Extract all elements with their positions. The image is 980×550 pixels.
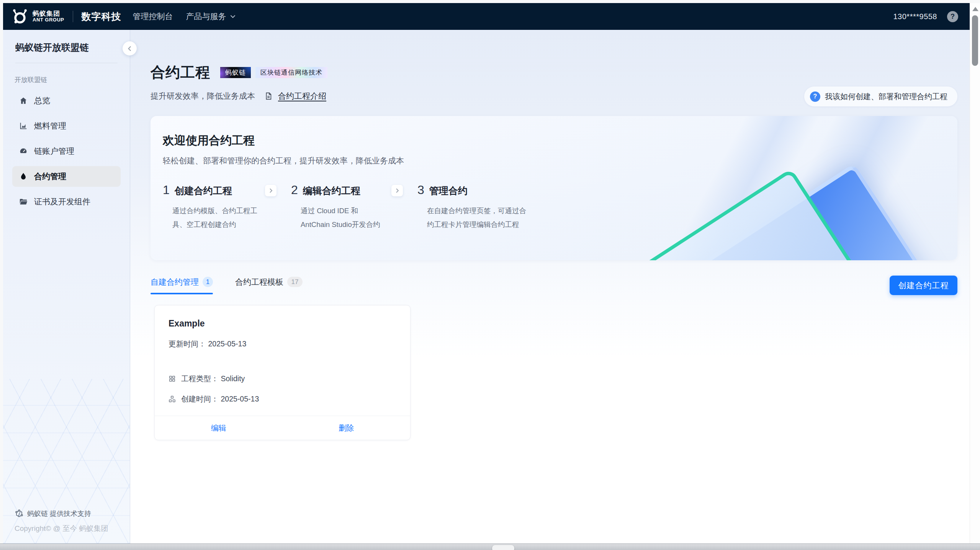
sidebar-menu: 总览 燃料管理 链账户管理 合约管理 xyxy=(3,90,130,212)
step-description: 在自建合约管理页签，可通过合约工程卡片管理编辑合约工程 xyxy=(417,204,532,232)
project-name: Example xyxy=(169,318,396,329)
created-value: 2025-05-13 xyxy=(221,395,259,403)
navbar-divider xyxy=(73,11,73,22)
tab-count-badge: 17 xyxy=(287,277,303,287)
delete-link[interactable]: 删除 xyxy=(283,416,411,440)
step-description: 通过 Cloud IDE 和 AntChain Studio开发合约 xyxy=(291,204,386,232)
sidebar-item-contracts[interactable]: 合约管理 xyxy=(12,166,121,187)
project-type-row: 工程类型： Solidity xyxy=(169,374,396,384)
main-panel: 合约工程 蚂蚁链 区块链通信网络技术 提升研发效率，降低业务成本 合约工程介绍 … xyxy=(130,30,970,543)
updated-label: 更新时间： xyxy=(169,339,206,349)
scrollbar-up-arrow-icon[interactable] xyxy=(972,7,978,11)
help-pill-label: 我该如何创建、部署和管理合约工程 xyxy=(825,91,947,102)
welcome-banner: 欢迎使用合约工程 轻松创建、部署和管理你的合约工程，提升研发效率，降低业务成本 … xyxy=(151,116,957,260)
intro-link[interactable]: 合约工程介绍 xyxy=(278,91,326,101)
chevron-right-icon xyxy=(394,188,400,194)
nav-console-label: 管理控制台 xyxy=(133,11,173,22)
welcome-steps: 1 创建合约工程 通过合约模版、合约工程工具、空工程创建合约 2 编辑合约工程 xyxy=(163,183,957,232)
antchain-logo-icon xyxy=(15,509,24,518)
step-title: 编辑合约工程 xyxy=(303,184,360,197)
sidebar-item-overview[interactable]: 总览 xyxy=(12,90,121,111)
tab-label: 合约工程模板 xyxy=(235,277,283,287)
navbar-right: 130****9558 ? xyxy=(893,11,959,22)
support-text: 蚂蚁链 提供技术支持 xyxy=(27,509,91,518)
app-window: 蚂蚁集团 ANT GROUP 数字科技 管理控制台 产品与服务 130****9… xyxy=(3,3,970,543)
tab-self-built-contracts[interactable]: 自建合约管理 1 xyxy=(151,277,213,294)
document-icon xyxy=(264,92,273,100)
antgroup-logo-text: 蚂蚁集团 ANT GROUP xyxy=(33,10,64,23)
sidebar-item-fuel[interactable]: 燃料管理 xyxy=(12,116,121,136)
project-card-actions: 编辑 删除 xyxy=(155,416,410,440)
nav-products-label: 产品与服务 xyxy=(186,11,226,22)
sidebar-item-label: 证书及开发组件 xyxy=(34,196,90,207)
top-navbar: 蚂蚁集团 ANT GROUP 数字科技 管理控制台 产品与服务 130****9… xyxy=(3,3,970,30)
project-card: Example 更新时间： 2025-05-13 工程类型： Solidity xyxy=(154,305,411,440)
sidebar-title: 蚂蚁链开放联盟链 xyxy=(3,30,130,54)
chart-icon xyxy=(19,122,28,130)
create-contract-project-button[interactable]: 创建合约工程 xyxy=(890,276,957,295)
step-number: 3 xyxy=(417,183,424,197)
scrollbar-thumb[interactable] xyxy=(972,15,978,66)
bottom-scroll-handle[interactable] xyxy=(492,545,514,550)
step-create: 1 创建合约工程 通过合约模版、合约工程工具、空工程创建合约 xyxy=(163,183,260,232)
updated-value: 2025-05-13 xyxy=(208,339,247,348)
support-line: 蚂蚁链 提供技术支持 xyxy=(15,509,108,518)
step-title: 管理合约 xyxy=(429,184,468,197)
question-icon: ? xyxy=(810,91,820,102)
type-label: 工程类型： xyxy=(181,374,219,384)
chevron-left-icon xyxy=(126,45,133,52)
edit-link[interactable]: 编辑 xyxy=(155,416,283,440)
bottom-window-edge xyxy=(0,543,980,550)
content-area: 蚂蚁链开放联盟链 开放联盟链 总览 燃料管理 xyxy=(3,30,970,543)
chevron-right-icon xyxy=(268,188,274,194)
chevron-down-icon xyxy=(229,13,236,20)
cluster-icon xyxy=(169,395,176,403)
step-arrow-button[interactable] xyxy=(265,185,276,196)
welcome-title: 欢迎使用合约工程 xyxy=(151,116,957,149)
project-updated-row: 更新时间： 2025-05-13 xyxy=(169,339,396,349)
tab-label: 自建合约管理 xyxy=(151,277,199,287)
nav-console[interactable]: 管理控制台 xyxy=(133,11,173,22)
account-phone[interactable]: 130****9558 xyxy=(893,12,937,21)
tab-count-badge: 1 xyxy=(203,277,213,287)
grid-icon xyxy=(169,375,176,382)
page-title: 合约工程 xyxy=(151,63,210,82)
step-manage: 3 管理合约 在自建合约管理页签，可通过合约工程卡片管理编辑合约工程 xyxy=(417,183,532,232)
copyright-text: Copyright© @ 至今 蚂蚁集团 xyxy=(15,524,108,534)
logo-line2: ANT GROUP xyxy=(33,17,64,23)
sidebar-item-label: 链账户管理 xyxy=(34,146,74,157)
gauge-icon xyxy=(19,147,28,155)
project-created-row: 创建时间： 2025-05-13 xyxy=(169,394,396,404)
step-number: 2 xyxy=(291,183,298,197)
step-title: 创建合约工程 xyxy=(175,184,232,197)
how-to-help-link[interactable]: ? 我该如何创建、部署和管理合约工程 xyxy=(804,86,957,106)
tabs: 自建合约管理 1 合约工程模板 17 xyxy=(151,277,303,294)
step-arrow-button[interactable] xyxy=(391,185,403,196)
sidebar-item-label: 燃料管理 xyxy=(34,121,66,131)
contracts-list-header: 自建合约管理 1 合约工程模板 17 创建合约工程 xyxy=(151,276,957,295)
sidebar-collapse-button[interactable] xyxy=(123,41,137,55)
badge-antchain: 蚂蚁链 xyxy=(220,67,251,78)
help-icon[interactable]: ? xyxy=(947,11,958,22)
created-label: 创建时间： xyxy=(181,394,219,404)
brand-title[interactable]: 数字科技 xyxy=(82,10,121,23)
sidebar-item-chain-accounts[interactable]: 链账户管理 xyxy=(12,141,121,162)
sidebar-item-certificates[interactable]: 证书及开发组件 xyxy=(12,191,121,212)
page-subtitle: 提升研发效率，降低业务成本 xyxy=(151,91,255,101)
sidebar-footer: 蚂蚁链 提供技术支持 Copyright© @ 至今 蚂蚁集团 xyxy=(15,509,108,534)
sidebar-section-label: 开放联盟链 xyxy=(15,75,130,84)
badge-blockchain-tech: 区块链通信网络技术 xyxy=(255,67,327,78)
antgroup-logo-icon xyxy=(11,8,28,25)
step-description: 通过合约模版、合约工程工具、空工程创建合约 xyxy=(163,204,260,232)
home-icon xyxy=(19,96,28,105)
vertical-scrollbar[interactable] xyxy=(970,3,980,543)
flame-icon xyxy=(19,172,28,181)
step-edit: 2 编辑合约工程 通过 Cloud IDE 和 AntChain Studio开… xyxy=(291,183,386,232)
nav-products[interactable]: 产品与服务 xyxy=(186,11,236,22)
sidebar-item-label: 合约管理 xyxy=(34,171,66,182)
tab-contract-templates[interactable]: 合约工程模板 17 xyxy=(235,277,303,294)
folder-icon xyxy=(19,197,28,206)
sidebar: 蚂蚁链开放联盟链 开放联盟链 总览 燃料管理 xyxy=(3,30,130,543)
page-header: 合约工程 蚂蚁链 区块链通信网络技术 xyxy=(151,63,957,82)
antgroup-logo[interactable]: 蚂蚁集团 ANT GROUP xyxy=(11,8,64,25)
